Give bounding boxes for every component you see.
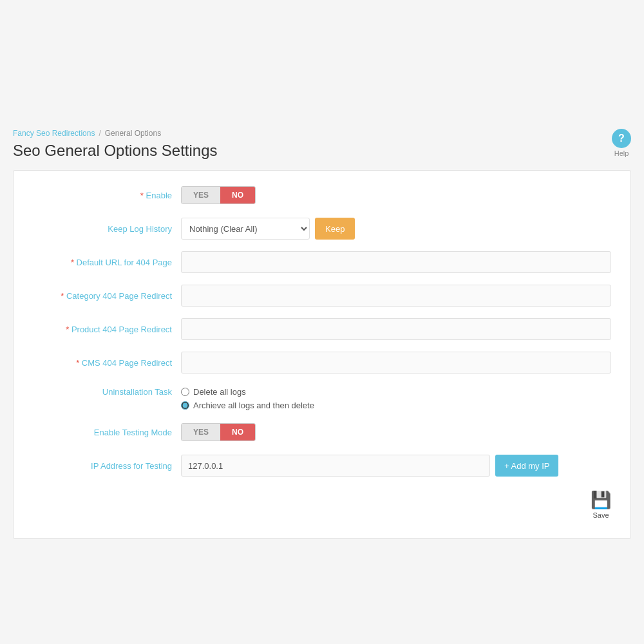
save-button[interactable]: 💾 Save [591, 490, 611, 519]
keep-button[interactable]: Keep [315, 218, 355, 240]
cms-redirect-row: CMS 404 Page Redirect [33, 351, 611, 374]
save-label: Save [592, 511, 609, 519]
help-button[interactable]: ? Help [612, 129, 631, 157]
testing-yes-button[interactable]: YES [182, 424, 220, 440]
uninstall-wrap: Delete all logs Archieve all logs and th… [181, 387, 611, 410]
cms-redirect-wrap [181, 352, 611, 374]
uninstall-label: Uninstallation Task [33, 387, 181, 397]
category-redirect-input[interactable] [181, 285, 611, 307]
cms-redirect-label: CMS 404 Page Redirect [33, 358, 181, 368]
product-redirect-wrap [181, 318, 611, 340]
log-history-select[interactable]: Nothing (Clear All) 1 Day 7 Days 30 Days… [181, 218, 310, 240]
uninstall-archive-label: Archieve all logs and then delete [193, 401, 314, 410]
uninstall-delete-option[interactable]: Delete all logs [181, 387, 314, 397]
breadcrumb-current: General Options [105, 129, 161, 138]
cms-redirect-input[interactable] [181, 352, 611, 374]
settings-card: Enable YES NO Keep Log History Nothing (… [13, 170, 631, 539]
save-area: 💾 Save [33, 490, 611, 519]
ip-address-label: IP Address for Testing [33, 461, 181, 471]
uninstall-radio-group: Delete all logs Archieve all logs and th… [181, 387, 314, 410]
testing-mode-wrap: YES NO [181, 423, 611, 441]
category-redirect-row: Category 404 Page Redirect [33, 284, 611, 307]
ip-address-row: IP Address for Testing Add my IP [33, 454, 611, 477]
enable-toggle-group: YES NO [181, 186, 256, 204]
keep-log-wrap: Nothing (Clear All) 1 Day 7 Days 30 Days… [181, 218, 611, 240]
default-url-input[interactable] [181, 251, 611, 273]
enable-toggle-wrap: YES NO [181, 186, 611, 204]
enable-row: Enable YES NO [33, 184, 611, 207]
breadcrumb-parent[interactable]: Fancy Seo Redirections [13, 129, 95, 138]
breadcrumb-separator: / [99, 129, 100, 138]
enable-label: Enable [33, 191, 181, 200]
default-url-wrap [181, 251, 611, 273]
add-ip-label: Add my IP [511, 461, 550, 471]
uninstall-row: Uninstallation Task Delete all logs Arch… [33, 384, 611, 410]
breadcrumb: Fancy Seo Redirections / General Options [13, 129, 218, 138]
uninstall-delete-radio[interactable] [181, 388, 189, 396]
product-redirect-row: Product 404 Page Redirect [33, 317, 611, 341]
uninstall-archive-radio[interactable] [181, 401, 189, 410]
default-url-row: Default URL for 404 Page [33, 251, 611, 274]
testing-mode-row: Enable Testing Mode YES NO [33, 421, 611, 444]
keep-log-label: Keep Log History [33, 224, 181, 234]
ip-address-wrap: Add my IP [181, 455, 611, 477]
product-redirect-input[interactable] [181, 318, 611, 340]
enable-no-button[interactable]: NO [220, 187, 255, 204]
uninstall-archive-option[interactable]: Archieve all logs and then delete [181, 401, 314, 410]
default-url-label: Default URL for 404 Page [33, 258, 181, 267]
testing-no-button[interactable]: NO [220, 424, 255, 440]
add-my-ip-button[interactable]: Add my IP [495, 455, 558, 477]
category-redirect-label: Category 404 Page Redirect [33, 291, 181, 301]
log-select-wrap: Nothing (Clear All) 1 Day 7 Days 30 Days… [181, 218, 355, 240]
testing-mode-label: Enable Testing Mode [33, 428, 181, 437]
keep-log-row: Keep Log History Nothing (Clear All) 1 D… [33, 217, 611, 240]
uninstall-delete-label: Delete all logs [193, 387, 246, 397]
category-redirect-wrap [181, 285, 611, 307]
save-icon: 💾 [591, 490, 611, 510]
help-icon: ? [612, 129, 631, 148]
page-title: Seo General Options Settings [13, 142, 218, 160]
product-redirect-label: Product 404 Page Redirect [33, 325, 181, 334]
testing-mode-toggle-group: YES NO [181, 423, 256, 441]
ip-address-input[interactable] [181, 455, 490, 477]
enable-yes-button[interactable]: YES [182, 187, 220, 204]
help-label: Help [614, 149, 629, 157]
